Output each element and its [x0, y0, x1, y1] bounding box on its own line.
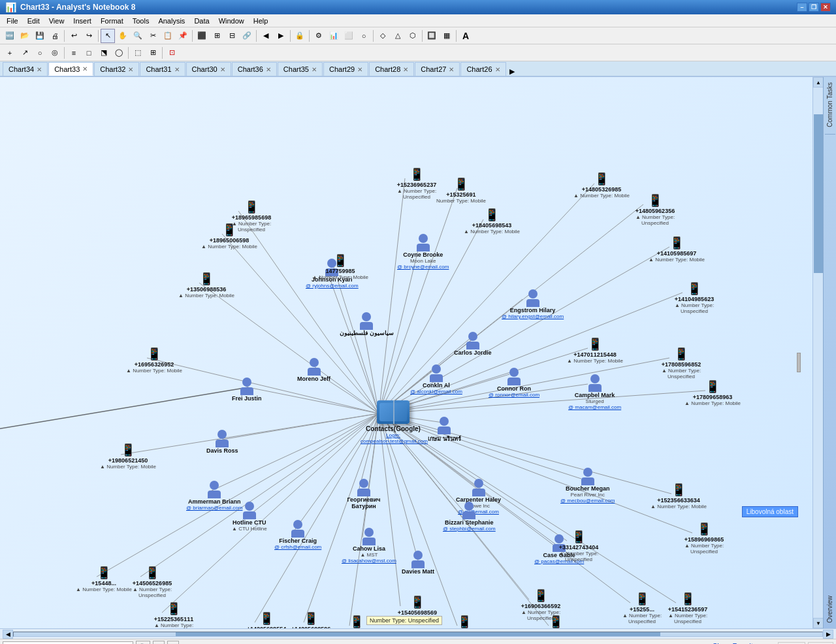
phone-node-29[interactable]: 📱 +15896969865 ▲ Number Type: Unspecifie… — [671, 522, 737, 555]
node-carlos[interactable]: Carlos Jordie — [454, 332, 492, 356]
phone-node-20[interactable]: 📱 +14205698554 ▲ Number Type: Unspecifie… — [234, 611, 299, 628]
menu-analysis[interactable]: Analysis — [154, 16, 189, 26]
phone-node-16[interactable]: 📱 +19806521450 ▲ Number Type: Mobile — [100, 443, 156, 470]
tab-chart36-close[interactable]: ✕ — [266, 66, 271, 73]
phone-node-5[interactable]: 📱 +14805962356 ▲ Number Type: Unspecifie… — [622, 193, 688, 226]
redo-btn[interactable]: ↪ — [82, 29, 96, 43]
tab-chart27-close[interactable]: ✕ — [449, 66, 454, 73]
phone-node-12[interactable]: 📱 +18965006598 ▲ Number Type: Mobile — [201, 223, 257, 250]
tab-chart34-close[interactable]: ✕ — [37, 66, 42, 73]
tb-circle[interactable]: ○ — [33, 46, 47, 60]
phone-node-21[interactable]: 📱 +14205698596 ▲ Number Type: Mobile — [283, 611, 339, 628]
node-ammerman[interactable]: Ammerman Briann @ briarman@email.com — [186, 481, 242, 511]
chart-canvas[interactable]: Contacts(Google) Login: compealson.test@… — [0, 77, 812, 628]
node-cahow[interactable]: Cahow Lisa ▲ MST @ lisacahow@mst.com — [342, 528, 396, 564]
phone-node-18[interactable]: 📱 +14506526985 ▲ Number Type: Unspecifie… — [120, 566, 185, 598]
tb9[interactable]: ⊟ — [225, 29, 239, 43]
tb10[interactable]: 🔗 — [240, 29, 254, 43]
phone-node-26[interactable]: 📱 +16905855698 ▲ Number Type: Mobile — [528, 615, 584, 628]
node-coyne[interactable]: Coyne Brooke Moon Lake @ broyne@email.co… — [397, 234, 449, 270]
hscroll-left[interactable]: ◀ — [3, 630, 13, 639]
menu-help[interactable]: Help — [249, 16, 272, 26]
tb-oval[interactable]: ◯ — [112, 46, 126, 60]
lib-btn[interactable]: Libovolná oblast — [742, 506, 798, 517]
phone-node-7[interactable]: 📱 +14104985623 ▲ Number Type: Unspecifie… — [662, 282, 727, 314]
hscroll-right[interactable]: ▶ — [823, 630, 833, 639]
side-handle[interactable] — [797, 353, 801, 372]
node-conkln[interactable]: Conkln Al @ alconkl@email.com — [410, 364, 462, 394]
search-button[interactable]: 🔍 — [136, 641, 150, 645]
node-carpenter[interactable]: Carpenter Haley Stowe Inc @ sv@email.com — [456, 479, 501, 515]
common-tasks-label[interactable]: Common Tasks — [825, 77, 835, 133]
node-frei[interactable]: Frei Justin — [232, 378, 262, 402]
node-fischer[interactable]: Fischer Craig @ crfsh@email.com — [274, 520, 321, 550]
tb11[interactable]: ◀ — [259, 29, 273, 43]
zoom-btn[interactable]: 🔍 — [131, 29, 145, 43]
tb16[interactable]: ⬜ — [342, 29, 356, 43]
tab-scroll-right[interactable]: ▶ — [509, 67, 515, 76]
tb8[interactable]: ⊞ — [210, 29, 224, 43]
phone-node-11[interactable]: 📱 +18965985698 ▲ Number Type: Unspecifie… — [219, 200, 284, 233]
tab-chart29[interactable]: Chart29 ✕ — [323, 62, 368, 76]
select-btn[interactable]: ↖ — [101, 29, 115, 43]
tb18[interactable]: ◇ — [376, 29, 390, 43]
phone-node-15[interactable]: 📱 +16956326952 ▲ Number Type: Mobile — [126, 347, 182, 374]
show-results-link[interactable]: Show Results... — [713, 642, 762, 645]
tb21[interactable]: 🔲 — [425, 29, 439, 43]
vertical-scrollbar[interactable]: ▲ ▼ — [812, 77, 823, 628]
phone-node-19[interactable]: 📱 +15225365111 ▲ Number Type: Unspecifie… — [141, 602, 206, 628]
tab-chart32-close[interactable]: ✕ — [128, 66, 133, 73]
node-kasem[interactable]: เกษม นรินทร์ — [428, 417, 461, 443]
tb-grid[interactable]: ⊡ — [165, 46, 179, 60]
node-connor[interactable]: Connor Ron @ ronnor@email.com — [489, 368, 539, 398]
node-campbel[interactable]: Campbel Mark Sturged @ macam@email.com — [568, 374, 621, 410]
node-bizzari[interactable]: Bizzari Stephanie @ stephbi@email.com — [443, 502, 496, 532]
phone-node-31[interactable]: 📱 +15415236597 ▲ Number Type: Unspecifie… — [655, 592, 720, 624]
menu-view[interactable]: View — [45, 16, 69, 26]
search-prev[interactable]: ◀ — [153, 641, 165, 645]
tab-chart36[interactable]: Chart36 ✕ — [232, 62, 277, 76]
tb-view1[interactable]: ⬚ — [131, 46, 145, 60]
tab-chart31-close[interactable]: ✕ — [174, 66, 180, 73]
node-davies[interactable]: Davies Matt — [402, 551, 434, 575]
print-btn[interactable]: 🖨 — [48, 29, 62, 43]
tb14[interactable]: ⚙ — [312, 29, 326, 43]
tab-chart35-close[interactable]: ✕ — [312, 66, 317, 73]
vscroll-up[interactable]: ▲ — [813, 77, 824, 88]
node-case[interactable]: Case Gable @ pacas@email.com — [534, 534, 584, 564]
tb12[interactable]: ▶ — [274, 29, 288, 43]
tab-chart27[interactable]: Chart27 ✕ — [415, 62, 460, 76]
phone-node-3[interactable]: 📱 +18405698543 ▲ Number Type: Mobile — [464, 208, 520, 234]
phone-node-6[interactable]: 📱 +14105985697 ▲ Number Type: Mobile — [649, 236, 705, 263]
horizontal-scrollbar[interactable]: ◀ ▶ — [0, 628, 836, 639]
menu-data[interactable]: Data — [190, 16, 213, 26]
search-next[interactable]: ▶ — [167, 641, 179, 645]
search-input[interactable] — [3, 641, 133, 645]
node-hotline[interactable]: Hotline CTU ▲ CTU Hotline — [232, 502, 267, 532]
tab-chart26-close[interactable]: ✕ — [495, 66, 500, 73]
phone-node-25[interactable]: 📱 +16906366592 ▲ Number Type: Unspecifie… — [508, 588, 573, 621]
phone-node-28[interactable]: 📱 +152356633634 ▲ Number Type: Mobile — [651, 483, 707, 509]
undo-btn[interactable]: ↩ — [67, 29, 81, 43]
menu-window[interactable]: Window — [215, 16, 248, 26]
menu-format[interactable]: Format — [97, 16, 127, 26]
phone-node-9[interactable]: 📱 +17808596852 ▲ Number Type: Unspecifie… — [649, 347, 714, 379]
minimize-button[interactable]: – — [797, 3, 807, 12]
phone-node-10[interactable]: 📱 +17809658963 ▲ Number Type: Mobile — [684, 379, 741, 406]
node-arabic[interactable]: سياسيون فلسطينيون — [340, 312, 394, 336]
tb17[interactable]: ○ — [357, 29, 371, 43]
hscroll-thumb[interactable] — [176, 632, 661, 636]
phone-node-22[interactable]: 📱 +15423698569 ▲ Number Type: Mobile — [329, 615, 385, 628]
node-johnson[interactable]: Johnson Kyari @ ryjohns@email.com — [306, 259, 359, 289]
menu-edit[interactable]: Edit — [24, 16, 44, 26]
tb-view2[interactable]: ⊞ — [146, 46, 160, 60]
tab-chart33-close[interactable]: ✕ — [82, 65, 88, 72]
tb-plus[interactable]: + — [3, 46, 17, 60]
menu-insert[interactable]: Insert — [69, 16, 95, 26]
phone-node-23[interactable]: 📱 +15405698569 Number Type: Unspecified — [379, 595, 455, 625]
overview-label[interactable]: Overview — [825, 590, 835, 628]
phone-node-1[interactable]: 📱 +15236965237 ▲ Number Type: Unspecifie… — [384, 167, 449, 200]
phone-node-14[interactable]: 📱 147759985 ▲ Number Type: Mobile — [312, 253, 368, 280]
tb-lines[interactable]: ≡ — [67, 46, 81, 60]
tb-circle2[interactable]: ◎ — [48, 46, 62, 60]
